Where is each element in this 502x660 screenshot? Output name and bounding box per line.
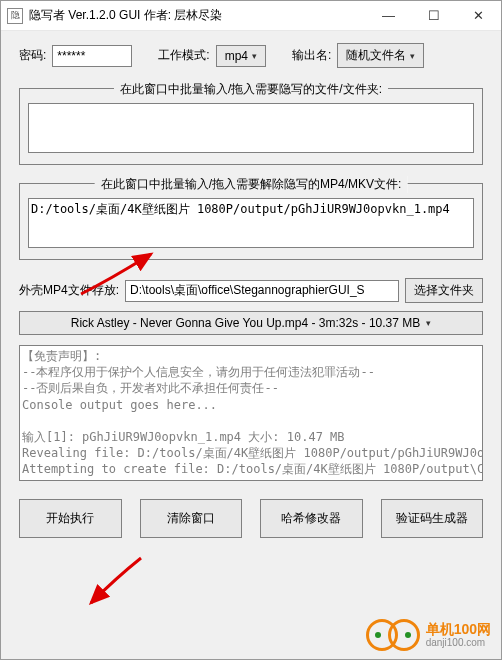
hide-input-textarea[interactable] <box>28 103 474 153</box>
minimize-button[interactable]: — <box>366 1 411 30</box>
shell-path-input[interactable] <box>125 280 399 302</box>
reveal-input-textarea[interactable]: D:/tools/桌面/4K壁纸图片 1080P/output/pGhJiUR9… <box>28 198 474 248</box>
browse-button[interactable]: 选择文件夹 <box>405 278 483 303</box>
output-label: 输出名: <box>292 47 331 64</box>
maximize-button[interactable]: ☐ <box>411 1 456 30</box>
watermark: 单机100网 danji100.com <box>366 619 491 651</box>
hide-input-legend: 在此窗口中批量输入/拖入需要隐写的文件/文件夹: <box>114 81 388 98</box>
clear-button[interactable]: 清除窗口 <box>140 499 243 538</box>
chevron-down-icon: ▾ <box>252 51 257 61</box>
reveal-input-legend: 在此窗口中批量输入/拖入需要解除隐写的MP4/MKV文件: <box>95 176 408 193</box>
annotation-arrow-2 <box>81 553 161 613</box>
window-title: 隐写者 Ver.1.2.0 GUI 作者: 层林尽染 <box>29 7 366 24</box>
chevron-down-icon: ▾ <box>410 51 415 61</box>
titlebar: 隐 隐写者 Ver.1.2.0 GUI 作者: 层林尽染 — ☐ ✕ <box>1 1 501 31</box>
mode-button[interactable]: mp4▾ <box>216 45 266 67</box>
shell-file-label: Rick Astley - Never Gonna Give You Up.mp… <box>71 316 421 330</box>
watermark-brand: 单机100网 <box>426 622 491 637</box>
console-output: 【免责声明】: --本程序仅用于保护个人信息安全，请勿用于任何违法犯罪活动-- … <box>19 345 483 481</box>
chevron-down-icon: ▾ <box>426 318 431 328</box>
execute-button[interactable]: 开始执行 <box>19 499 122 538</box>
mode-label: 工作模式: <box>158 47 209 64</box>
password-label: 密码: <box>19 47 46 64</box>
hide-input-group: 在此窗口中批量输入/拖入需要隐写的文件/文件夹: <box>19 88 483 165</box>
app-icon: 隐 <box>7 8 23 24</box>
output-name-button[interactable]: 随机文件名▾ <box>337 43 424 68</box>
verify-button[interactable]: 验证码生成器 <box>381 499 484 538</box>
reveal-input-group: 在此窗口中批量输入/拖入需要解除隐写的MP4/MKV文件: D:/tools/桌… <box>19 183 483 260</box>
hash-button[interactable]: 哈希修改器 <box>260 499 363 538</box>
password-input[interactable] <box>52 45 132 67</box>
shell-path-label: 外壳MP4文件存放: <box>19 282 119 299</box>
watermark-url: danji100.com <box>426 637 491 648</box>
shell-file-selector[interactable]: Rick Astley - Never Gonna Give You Up.mp… <box>19 311 483 335</box>
close-button[interactable]: ✕ <box>456 1 501 30</box>
